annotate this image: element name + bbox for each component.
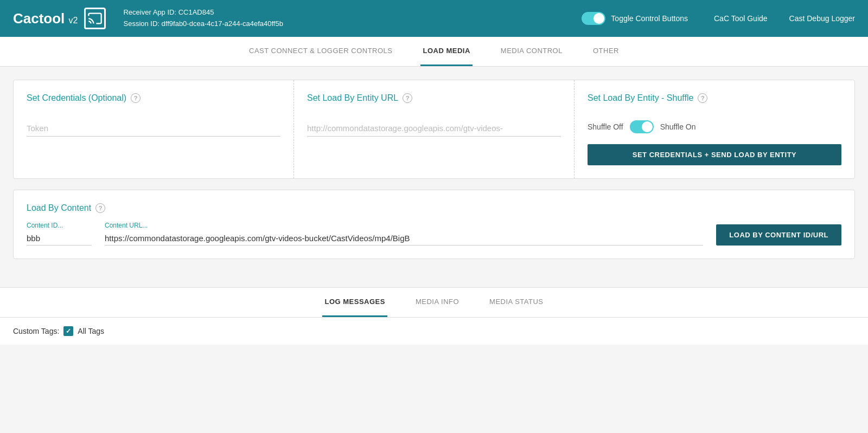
shuffle-off-label: Shuffle Off [588, 122, 623, 131]
all-tags-label: All Tags [78, 327, 104, 335]
log-content: Custom Tags: All Tags [0, 318, 868, 345]
main-tab-bar: CAST CONNECT & LOGGER CONTROLS LOAD MEDI… [0, 37, 868, 67]
load-content-title: Load By Content ? [27, 203, 841, 213]
content-url-group: Content URL... https://commondatastorage… [105, 222, 703, 245]
content-id-label: Content ID... [27, 222, 92, 229]
content-id-value[interactable]: bbb [27, 231, 92, 245]
header-nav: CaC Tool Guide Cast Debug Logger [714, 14, 855, 23]
content-id-group: Content ID... bbb [27, 222, 92, 245]
all-tags-checkbox[interactable] [63, 326, 73, 336]
session-info: Receiver App ID: CC1AD845 Session ID: df… [123, 7, 582, 30]
tab-media-control[interactable]: MEDIA CONTROL [499, 37, 565, 66]
tab-media-info[interactable]: MEDIA INFO [413, 288, 461, 317]
load-by-content-button[interactable]: LOAD BY CONTENT ID/URL [716, 224, 841, 245]
custom-tags-row: Custom Tags: All Tags [13, 326, 855, 336]
tab-log-messages[interactable]: LOG MESSAGES [322, 288, 387, 317]
content-url-value[interactable]: https://commondatastorage.googleapis.com… [105, 231, 703, 245]
tab-cast-connect[interactable]: CAST CONNECT & LOGGER CONTROLS [247, 37, 394, 66]
nav-logger[interactable]: Cast Debug Logger [789, 14, 855, 23]
logo-area: Cactool v2 [13, 8, 106, 29]
shuffle-toggle-row: Shuffle Off Shuffle On [588, 120, 841, 133]
toggle-switch[interactable] [582, 12, 605, 25]
nav-guide[interactable]: CaC Tool Guide [714, 14, 768, 23]
toggle-control-buttons[interactable]: Toggle Control Buttons [582, 12, 688, 25]
cards-row: Set Credentials (Optional) ? Set Load By… [13, 80, 855, 179]
load-content-card: Load By Content ? Content ID... bbb Cont… [13, 190, 855, 259]
credentials-help-icon[interactable]: ? [131, 93, 141, 103]
custom-tags-label: Custom Tags: [13, 327, 59, 335]
shuffle-title: Set Load By Entity - Shuffle ? [588, 93, 841, 103]
main-content: Set Credentials (Optional) ? Set Load By… [0, 67, 868, 283]
credentials-title: Set Credentials (Optional) ? [27, 93, 280, 103]
entity-url-title: Set Load By Entity URL ? [307, 93, 561, 103]
app-header: Cactool v2 Receiver App ID: CC1AD845 Ses… [0, 0, 868, 37]
content-fields: Content ID... bbb Content URL... https:/… [27, 222, 841, 245]
cast-icon [84, 8, 106, 29]
token-input[interactable] [27, 120, 280, 137]
tab-media-status[interactable]: MEDIA STATUS [487, 288, 545, 317]
shuffle-card: Set Load By Entity - Shuffle ? Shuffle O… [575, 80, 854, 178]
tab-other[interactable]: OTHER [591, 37, 621, 66]
bottom-section: LOG MESSAGES MEDIA INFO MEDIA STATUS Cus… [0, 288, 868, 345]
entity-url-card: Set Load By Entity URL ? [294, 80, 575, 178]
load-content-help-icon[interactable]: ? [95, 203, 105, 213]
shuffle-help-icon[interactable]: ? [698, 93, 707, 103]
entity-url-help-icon[interactable]: ? [403, 93, 412, 103]
bottom-tab-bar: LOG MESSAGES MEDIA INFO MEDIA STATUS [0, 288, 868, 318]
credentials-card: Set Credentials (Optional) ? [14, 80, 294, 178]
logo-text: Cactool v2 [13, 10, 78, 27]
entity-url-input[interactable] [307, 120, 561, 137]
shuffle-on-label: Shuffle On [660, 122, 696, 131]
content-url-label: Content URL... [105, 222, 703, 229]
set-credentials-send-load-button[interactable]: SET CREDENTIALS + SEND LOAD BY ENTITY [588, 144, 841, 165]
tab-load-media[interactable]: LOAD MEDIA [420, 37, 472, 66]
shuffle-toggle[interactable] [630, 120, 654, 133]
